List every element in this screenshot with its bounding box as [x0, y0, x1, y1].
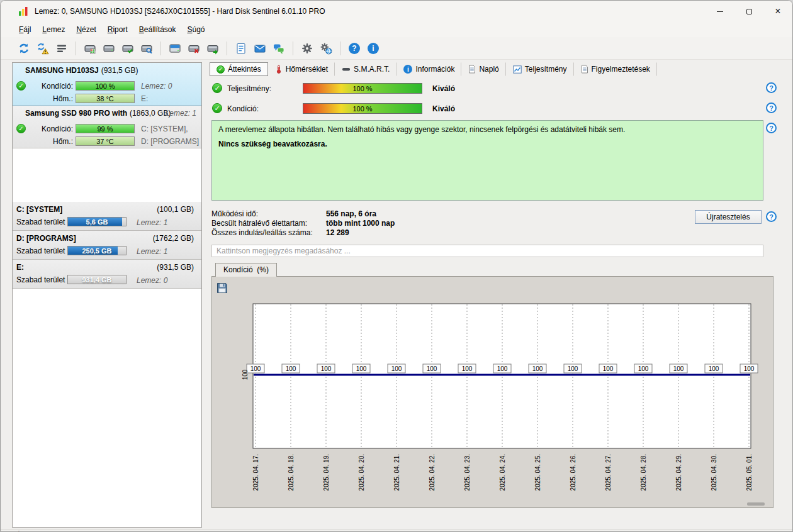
toolbar: ? i — [1, 37, 792, 60]
app-window: Lemez: 0, SAMSUNG HD103SJ [S246JX0C10155… — [0, 0, 793, 532]
condition-bar: 100 % — [76, 81, 135, 91]
partition-size: (100,1 GB) — [157, 205, 194, 214]
svg-text:2025. 04. 18.: 2025. 04. 18. — [288, 454, 295, 490]
refresh-button[interactable] — [14, 40, 33, 57]
disk-eject-icon — [169, 42, 181, 55]
svg-text:100: 100 — [638, 365, 649, 372]
help-icon[interactable]: ? — [766, 103, 777, 113]
help-icon[interactable]: ? — [766, 211, 777, 222]
report-temperature-icon — [235, 42, 247, 55]
menu-fajl[interactable]: Fájl — [13, 23, 37, 36]
graph-tab-kondicio[interactable]: Kondíció (%) — [215, 263, 277, 277]
disk-number-tag: Lemez: 1 — [137, 218, 167, 227]
refresh-icon — [18, 42, 30, 55]
disk-item-0[interactable]: SAMSUNG HD103SJ(931,5 GB) ✓ Kondíció: 10… — [13, 63, 201, 106]
svg-text:100: 100 — [603, 365, 614, 372]
temperature-bar: 37 °C — [76, 136, 135, 146]
lifetime-label: Becsült hátralévő élettartam: — [211, 219, 323, 228]
close-button[interactable]: × — [763, 1, 792, 22]
partition-name: D: [PROGRAMS] — [16, 234, 76, 243]
mail-icon — [254, 42, 266, 55]
temperature-value: 37 °C — [96, 138, 114, 145]
disk-number-tag: Lemez: 0 — [137, 276, 167, 285]
check-icon: ✓ — [217, 65, 225, 74]
partition-item-c[interactable]: C: [SYSTEM] (100,1 GB) Szabad terület 5,… — [13, 202, 201, 231]
condition-label: Kondíció: — [26, 125, 73, 133]
disk-eject-button[interactable] — [166, 40, 184, 57]
space-usage-bar: 5,6 GB — [67, 217, 127, 226]
save-graph-button[interactable] — [216, 282, 228, 294]
svg-text:2025. 04. 21.: 2025. 04. 21. — [393, 454, 400, 490]
disk-remove-button[interactable] — [184, 40, 203, 57]
menu-sugo[interactable]: Súgó — [181, 23, 210, 36]
retest-button[interactable]: Újratesztelés — [695, 210, 762, 224]
disk-name: Samsung SSD 980 PRO with — [25, 109, 127, 118]
disk-item-1[interactable]: Samsung SSD 980 PRO with(1863,0 GB) Leme… — [13, 106, 201, 148]
disk-connect-button[interactable] — [203, 40, 222, 57]
partition-size: (1762,2 GB) — [153, 234, 194, 243]
disk-button[interactable] — [99, 40, 118, 57]
condition-history-chart: 1001001001001001001001001001001001001001… — [212, 277, 773, 507]
condition-rating: Kiváló — [432, 104, 455, 113]
send-mail-button[interactable] — [250, 40, 269, 57]
gear-icon — [301, 42, 313, 55]
report-temperature-button[interactable] — [232, 40, 250, 57]
disk-icon — [103, 42, 115, 55]
toolbar-separator — [76, 42, 76, 55]
disk-sidebar: SAMSUNG HD103SJ(931,5 GB) ✓ Kondíció: 10… — [12, 62, 202, 528]
menu-beallitasok[interactable]: Beállítások — [133, 23, 182, 36]
refresh-warning-button[interactable] — [33, 40, 52, 57]
online-settings-button[interactable] — [317, 40, 335, 57]
maximize-button[interactable] — [734, 1, 763, 22]
toolbar-separator — [293, 42, 293, 55]
disk-detect-button[interactable] — [52, 40, 71, 57]
messages-button[interactable] — [269, 40, 288, 57]
tab-homerseklet[interactable]: Hőmérséklet — [268, 62, 335, 76]
document-icon — [581, 65, 588, 74]
health-status-action: Nincs szükség beavatkozásra. — [218, 140, 756, 148]
minimize-button[interactable] — [706, 1, 734, 22]
tab-figyelmeztetesek[interactable]: Figyelmeztetések — [574, 62, 657, 76]
partition-item-d[interactable]: D: [PROGRAMS] (1762,2 GB) Szabad terület… — [13, 231, 201, 260]
menu-riport[interactable]: Riport — [102, 23, 133, 36]
floppy-icon — [216, 282, 228, 294]
performance-label: Teljesítmény: — [227, 84, 271, 93]
disk-test-button[interactable] — [81, 40, 99, 57]
help-icon[interactable]: ? — [766, 82, 777, 93]
disk-number-tag: Lemez: 0 — [141, 82, 172, 91]
svg-text:100: 100 — [568, 365, 578, 372]
tab-informaciok[interactable]: iInformációk — [396, 62, 461, 76]
svg-text:2025. 04. 24.: 2025. 04. 24. — [499, 454, 506, 490]
svg-text:100: 100 — [391, 365, 402, 372]
svg-text:2025. 04. 19.: 2025. 04. 19. — [323, 454, 330, 490]
svg-text:100: 100 — [709, 365, 719, 372]
statusbar: Állapot meghatározva: 2025. 05. 01. 0:00… — [1, 529, 792, 532]
drive-letters: C: [SYSTEM], — [141, 125, 188, 133]
disk-search-icon — [140, 42, 153, 55]
gear-globe-icon — [320, 42, 332, 55]
health-ok-icon: ✓ — [16, 124, 26, 133]
svg-text:100: 100 — [744, 365, 755, 372]
settings-button[interactable] — [298, 40, 317, 57]
graph-scrollbar-thumb[interactable] — [747, 502, 765, 506]
svg-text:2025. 05. 01.: 2025. 05. 01. — [746, 454, 753, 490]
disk-accept-button[interactable] — [118, 40, 137, 57]
free-space-label: Szabad terület — [16, 247, 65, 255]
menu-lemez[interactable]: Lemez — [37, 23, 70, 36]
comment-input[interactable] — [211, 245, 763, 257]
drive-icon — [342, 66, 351, 72]
disk-search-button[interactable] — [137, 40, 156, 57]
menu-nezet[interactable]: Nézet — [70, 23, 101, 36]
help-icon[interactable]: ? — [766, 123, 777, 133]
drive-letters: D: [PROGRAMS] — [141, 137, 199, 146]
help-icon: ? — [349, 43, 360, 54]
information-button[interactable]: i — [364, 40, 383, 57]
tab-attekintes[interactable]: ✓Áttekintés — [210, 62, 268, 76]
tab-naplo[interactable]: Napló — [461, 62, 505, 76]
disk-accept-icon — [121, 42, 134, 55]
tab-teljesitmeny[interactable]: Teljesítmény — [506, 62, 574, 76]
condition-bar: 100 % — [303, 103, 422, 114]
tab-smart[interactable]: S.M.A.R.T. — [335, 62, 396, 76]
partition-item-e[interactable]: E: (931,5 GB) Szabad terület 931,4 GB Le… — [13, 260, 201, 289]
help-button[interactable]: ? — [345, 40, 364, 57]
